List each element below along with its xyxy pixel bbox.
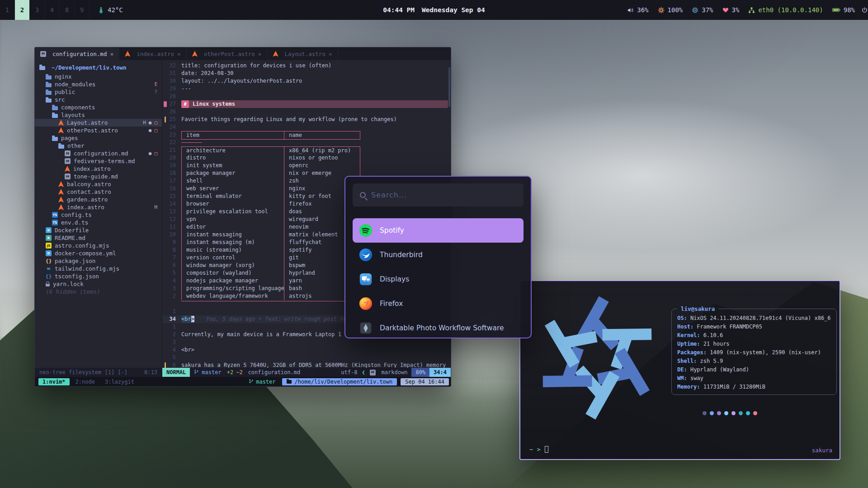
tree-item-tailwind-config-mjs[interactable]: ≈tailwind.config.mjs <box>35 265 162 272</box>
workspace-button-2[interactable]: 2 <box>15 0 30 20</box>
info-value: Framework FRANMDCP05 <box>697 324 762 330</box>
battery-module[interactable]: 98% <box>832 6 855 14</box>
tree-item-index-astro[interactable]: index.astro <box>35 165 162 173</box>
sign-column <box>162 277 168 285</box>
thunderbird-icon <box>359 248 373 262</box>
volume-module[interactable]: 36% <box>627 6 648 14</box>
table-row: distronixos or gentoo <box>181 154 360 162</box>
workspace-button-8[interactable]: 8 <box>60 0 75 20</box>
workspace-button-1[interactable]: 1 <box>0 0 15 20</box>
tree-item-fediverse-terms-md[interactable]: Mfediverse-terms.md <box>35 157 162 165</box>
volume-value: 36% <box>637 6 648 14</box>
astro-icon <box>58 181 64 187</box>
line-number: 29 <box>168 85 181 93</box>
git-change-sign <box>165 117 166 122</box>
tree-item-astro-config-mjs[interactable]: JSastro.config.mjs <box>35 242 162 249</box>
tree-item-nginx[interactable]: nginx <box>35 73 162 80</box>
brightness-module[interactable]: 100% <box>658 6 683 14</box>
tree-item-docker-compose-yml[interactable]: Ddocker-compose.yml <box>35 249 162 257</box>
fastfetch-terminal[interactable]: liv@sakura OS: NixOS 24.11.20240828.71e9… <box>519 280 840 460</box>
tab-configuration-md[interactable]: Mconfiguration.md× <box>35 47 119 60</box>
info-value: sway <box>690 375 703 381</box>
launcher-item-thunderbird[interactable]: Thunderbird <box>353 243 524 267</box>
tab-index-astro[interactable]: index.astro× <box>119 47 187 60</box>
cpu-module[interactable]: 37% <box>692 6 713 14</box>
ts-icon: TS <box>52 220 58 225</box>
tree-item-pages[interactable]: pages <box>35 134 162 142</box>
tree-item-tsconfig-json[interactable]: {}tsconfig.json <box>35 272 162 280</box>
tree-item-dockerfile[interactable]: DDockerfile <box>35 226 162 234</box>
close-icon[interactable]: × <box>177 51 181 57</box>
tmux-window-3-lazygit[interactable]: 3:lazygit <box>101 378 138 385</box>
tree-item-other[interactable]: other <box>35 142 162 150</box>
clock[interactable]: 04:44 PM Wednesday Sep 04 <box>383 6 485 14</box>
tree-item-configuration-md[interactable]: Mconfiguration.md●□ <box>35 150 162 157</box>
launcher-item-spotify[interactable]: Spotify <box>353 218 524 243</box>
file-tree[interactable]: nginxnode_modulesEpublic?srccomponentsla… <box>35 71 162 368</box>
table-cell: item <box>182 131 284 139</box>
tree-item-package-json[interactable]: {}package.json <box>35 257 162 265</box>
branch-icon <box>194 369 199 375</box>
tree-item-tone-guide-md[interactable]: Mtone-guide.md <box>35 173 162 180</box>
search-input[interactable] <box>371 191 516 199</box>
tmux-window-2-node[interactable]: 2:node <box>71 378 99 385</box>
workspace-button-4[interactable]: 4 <box>45 0 60 20</box>
temperature-value: 42°C <box>108 6 123 14</box>
brightness-value: 100% <box>668 6 683 14</box>
git-status-marks: E <box>154 81 162 87</box>
tree-item-6-hidden-items[interactable]: (6 hidden items) <box>35 288 162 296</box>
tree-item-garden-astro[interactable]: garden.astro <box>35 196 162 203</box>
tree-item-yarn-lock[interactable]: yarn.lock <box>35 280 162 288</box>
launcher-item-darktable-photo-workflow-software[interactable]: Darktable Photo Workflow Software <box>353 316 524 338</box>
tree-item-label: tailwind.config.mjs <box>55 265 119 272</box>
tree-item-label: env.d.ts <box>61 219 88 226</box>
tree-root[interactable]: ~/Development/liv.town <box>35 63 162 71</box>
memory-module[interactable]: 3% <box>722 6 740 14</box>
tree-item-readme-md[interactable]: RREADME.md <box>35 234 162 242</box>
tree-item-public[interactable]: public? <box>35 88 162 96</box>
heading-text: Linux systems <box>193 100 235 108</box>
tree-item-env-d-ts[interactable]: TSenv.d.ts <box>35 219 162 226</box>
buffer-line: 25Favorite things regarding Linux and my… <box>162 116 451 123</box>
info-label: Uptime: <box>677 341 703 347</box>
launcher-searchbox[interactable] <box>353 183 524 206</box>
tree-item-otherpost-astro[interactable]: otherPost.astro●□ <box>35 127 162 134</box>
tree-item-components[interactable]: components <box>35 103 162 111</box>
line-number: 21 <box>168 146 181 154</box>
sign-column <box>162 254 168 262</box>
tree-item-node-modules[interactable]: node_modulesE <box>35 80 162 88</box>
json-icon: {} <box>46 258 52 264</box>
launcher-item-displays[interactable]: Displays <box>353 267 524 291</box>
line-text: architecturex86_64 (rip m2 pro) <box>181 146 451 155</box>
table-cell: x86_64 (rip m2 pro) <box>284 147 360 155</box>
launcher-item-label: Spotify <box>380 226 404 235</box>
line-text: <br> <box>181 346 451 354</box>
scrollbar-thumb[interactable] <box>448 67 450 107</box>
tree-item-label: fediverse-terms.md <box>74 158 135 164</box>
close-icon[interactable]: × <box>329 51 332 57</box>
tree-item-layout-astro[interactable]: Layout.astroH●□ <box>35 119 162 127</box>
tree-item-index-astro[interactable]: index.astroH <box>35 203 162 211</box>
tab-layout-astro[interactable]: Layout.astro× <box>268 47 338 60</box>
shell-prompt[interactable]: ~ > <box>529 446 548 453</box>
power-button[interactable] <box>861 7 868 14</box>
network-module[interactable]: eth0 (10.0.0.140) <box>748 6 823 14</box>
close-icon[interactable]: × <box>258 51 262 57</box>
launcher-item-firefox[interactable]: Firefox <box>353 291 524 316</box>
branch-icon <box>249 379 254 385</box>
workspace-button-3[interactable]: 3 <box>30 0 45 20</box>
tree-item-src[interactable]: src <box>35 96 162 103</box>
line-number: 1 <box>168 323 181 331</box>
buffer-line: 27#Linux systems <box>162 100 451 108</box>
tmux-window-1-nvim[interactable]: 1:nvim* <box>38 378 70 385</box>
tree-item-balcony-astro[interactable]: balcony.astro <box>35 180 162 188</box>
folder-open-icon <box>52 114 58 118</box>
tab-otherpost-astro[interactable]: otherPost.astro× <box>187 47 268 60</box>
tree-item-contact-astro[interactable]: contact.astro <box>35 188 162 196</box>
tree-item-config-ts[interactable]: TSconfig.ts <box>35 211 162 219</box>
tree-item-layouts[interactable]: layouts <box>35 111 162 119</box>
line-number: 27 <box>168 100 181 108</box>
sign-column <box>162 269 168 277</box>
workspace-button-9[interactable]: 9 <box>75 0 90 20</box>
close-icon[interactable]: × <box>110 51 113 57</box>
